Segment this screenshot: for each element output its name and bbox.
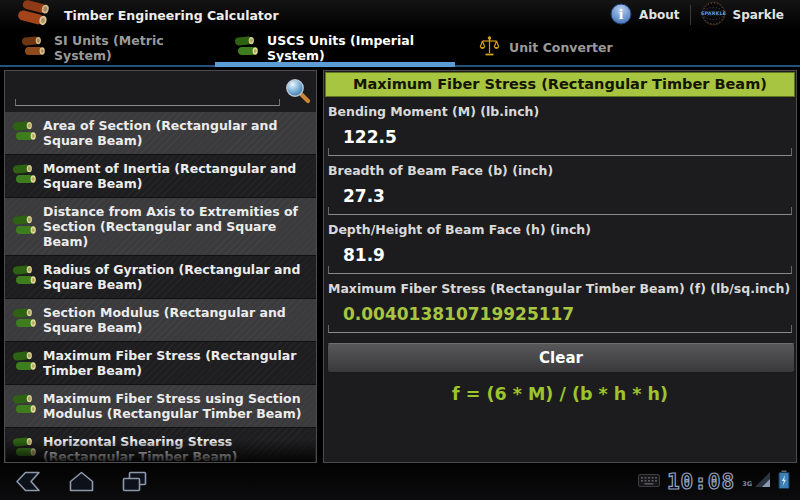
search-underline	[15, 99, 280, 106]
sparkle-globe-icon: SPARKLE	[701, 1, 726, 29]
tab-bar: SI Units (Metric System) USCS Units (Imp…	[0, 30, 800, 67]
tab-label: Unit Converter	[509, 40, 613, 55]
svg-text:SPARKLE: SPARKLE	[701, 11, 726, 16]
info-icon: i	[610, 3, 632, 28]
keyboard-icon[interactable]	[638, 472, 660, 491]
search-row	[5, 71, 316, 112]
list-item[interactable]: Section Modulus (Rectangular and Square …	[5, 299, 316, 342]
list-item[interactable]: Horizontal Shearing Stress (Rectangular …	[5, 428, 316, 463]
tab-label: USCS Units (Imperial System)	[267, 33, 457, 63]
search-icon[interactable]	[284, 77, 311, 108]
list-item-label: Area of Section (Rectangular and Square …	[43, 118, 308, 148]
list-item-label: Radius of Gyration (Rectangular and Squa…	[43, 262, 308, 292]
list-item[interactable]: Maximum Fiber Stress (Rectangular Timber…	[5, 342, 316, 385]
list-item[interactable]: Moment of Inertia (Rectangular and Squar…	[5, 155, 316, 198]
action-bar: Timber Engineering Calculator i About	[0, 0, 800, 30]
back-icon[interactable]	[14, 470, 42, 493]
signal-icon	[755, 472, 771, 491]
svg-text:i: i	[619, 7, 624, 22]
clock[interactable]: 10:08	[667, 470, 735, 494]
green-logs-icon	[13, 121, 36, 145]
calculation-list: Area of Section (Rectangular and Square …	[5, 112, 316, 463]
green-logs-icon	[13, 164, 36, 188]
list-item[interactable]: Radius of Gyration (Rectangular and Squa…	[5, 256, 316, 299]
list-item-label: Section Modulus (Rectangular and Square …	[43, 305, 308, 335]
list-item[interactable]: Maximum Fiber Stress using Section Modul…	[5, 385, 316, 428]
timber-logs-icon	[16, 0, 52, 31]
list-item-label: Maximum Fiber Stress using Section Modul…	[43, 391, 308, 421]
breadth-label: Breadth of Beam Face (b) (inch)	[328, 163, 791, 178]
bending-moment-label: Bending Moment (M) (lb.inch)	[328, 104, 791, 119]
scales-icon	[479, 36, 500, 60]
clear-button[interactable]: Clear	[327, 343, 795, 373]
green-logs-icon	[13, 308, 36, 332]
tab-label: SI Units (Metric System)	[54, 33, 213, 63]
list-item[interactable]: Area of Section (Rectangular and Square …	[5, 112, 316, 155]
green-logs-icon	[13, 351, 36, 375]
bending-moment-input[interactable]: 122.5	[327, 120, 793, 156]
about-label: About	[639, 8, 679, 22]
green-logs-icon	[235, 36, 258, 60]
about-button[interactable]: i About	[602, 0, 687, 31]
list-item-label: Maximum Fiber Stress (Rectangular Timber…	[43, 348, 308, 378]
result-value: 0.004013810719925117	[327, 297, 793, 333]
list-item-label: Distance from Axis to Extremities of Sec…	[43, 204, 308, 249]
formula-text: f = (6 * M) / (b * h * h)	[324, 384, 796, 404]
network-type-label: 3G	[742, 480, 752, 494]
home-icon[interactable]	[68, 470, 95, 493]
tab-si-units[interactable]: SI Units (Metric System)	[0, 30, 213, 65]
depth-height-input[interactable]: 81.9	[327, 238, 793, 274]
result-label: Maximum Fiber Stress (Rectangular Timber…	[328, 281, 791, 296]
tab-uscs-units[interactable]: USCS Units (Imperial System)	[213, 30, 457, 65]
tab-unit-converter[interactable]: Unit Converter	[457, 30, 707, 65]
sparkle-button[interactable]: SPARKLE Sparkle	[693, 0, 792, 32]
list-item[interactable]: Distance from Axis to Extremities of Sec…	[5, 198, 316, 256]
brown-logs-icon	[22, 36, 45, 60]
green-logs-icon	[13, 215, 36, 239]
list-item-label: Moment of Inertia (Rectangular and Squar…	[43, 161, 308, 191]
actionbar-divider	[690, 5, 691, 25]
calculator-panel: Maximum Fiber Stress (Rectangular Timber…	[323, 70, 797, 463]
green-logs-icon	[13, 394, 36, 418]
app-title: Timber Engineering Calculator	[64, 8, 279, 23]
list-item-label: Horizontal Shearing Stress (Rectangular …	[43, 434, 308, 463]
sparkle-label: Sparkle	[733, 8, 784, 22]
depth-height-label: Depth/Height of Beam Face (h) (inch)	[328, 222, 791, 237]
calculator-title: Maximum Fiber Stress (Rectangular Timber…	[325, 72, 795, 97]
battery-charging-icon	[778, 470, 790, 493]
green-logs-icon	[13, 437, 36, 461]
green-logs-icon	[13, 265, 36, 289]
breadth-input[interactable]: 27.3	[327, 179, 793, 215]
calculation-list-panel: Area of Section (Rectangular and Square …	[4, 70, 317, 463]
recent-apps-icon[interactable]	[121, 470, 148, 493]
system-bar: 10:08 3G	[0, 463, 800, 500]
status-cluster[interactable]: 10:08 3G	[638, 470, 800, 494]
